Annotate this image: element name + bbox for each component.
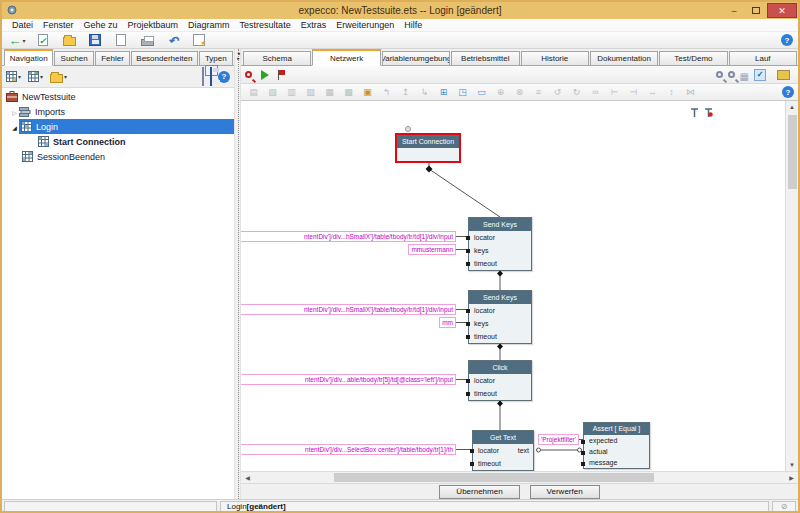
diagram-edit-tool-icon[interactable]: ≡ bbox=[529, 85, 548, 99]
scrollbar-thumb[interactable] bbox=[788, 115, 797, 189]
pin-timeout[interactable]: timeout bbox=[469, 257, 531, 270]
diagram-edit-tool-icon[interactable]: ◳ bbox=[453, 85, 472, 99]
minimize-button[interactable]: – bbox=[723, 4, 745, 17]
pin-actual[interactable]: actual bbox=[584, 446, 649, 457]
tab-variablenumgebung[interactable]: Variablenumgebung bbox=[382, 51, 450, 65]
pin-red-icon[interactable] bbox=[704, 104, 713, 114]
tab-test-demo[interactable]: Test/Demo bbox=[659, 51, 727, 65]
diagram-edit-tool-icon[interactable]: ▭ bbox=[472, 85, 491, 99]
menu-fenster[interactable]: Fenster bbox=[38, 20, 79, 30]
settings-tools-icon[interactable] bbox=[188, 32, 210, 48]
breakpoint-flag-icon[interactable] bbox=[278, 70, 279, 80]
node-send-keys-2[interactable]: Send Keys locator keys timeout bbox=[468, 290, 532, 344]
tab-betriebsmittel[interactable]: Betriebsmittel bbox=[451, 51, 519, 65]
node-send-keys-1[interactable]: Send Keys locator keys timeout bbox=[468, 217, 532, 271]
new-folder-icon[interactable] bbox=[50, 71, 67, 83]
pin-text-output[interactable]: text bbox=[518, 444, 529, 457]
tree-item-start-connection[interactable]: Start Connection bbox=[2, 134, 234, 149]
diagram-edit-tool-icon[interactable]: ⊣ bbox=[624, 85, 643, 99]
diagram-edit-tool-icon[interactable]: ⊗ bbox=[510, 85, 529, 99]
horizontal-scrollbar[interactable]: ◀ ▶ bbox=[241, 471, 798, 483]
diagram-edit-tool-icon[interactable]: ↔ bbox=[643, 85, 662, 99]
selected-row-highlight[interactable]: Login bbox=[19, 119, 234, 134]
tab-lauf[interactable]: Lauf bbox=[729, 51, 797, 65]
diagram-edit-tool-icon[interactable]: ∞ bbox=[586, 85, 605, 99]
splitter-arrows-icon[interactable]: ◂▸ bbox=[235, 51, 242, 61]
pin-locator[interactable]: locator bbox=[469, 304, 531, 317]
diagram-edit-tool-icon[interactable]: ▤ bbox=[244, 85, 263, 99]
palette-icon[interactable] bbox=[777, 70, 790, 80]
tab-schema[interactable]: Schema bbox=[243, 51, 311, 65]
node-assert-equal[interactable]: Assert [ Equal ] expected actual message bbox=[583, 422, 650, 469]
network-diagram-canvas[interactable]: Start Connection Send Keys locator keys … bbox=[241, 101, 785, 471]
help-icon[interactable] bbox=[781, 34, 793, 46]
fit-checkbox-icon[interactable] bbox=[754, 69, 766, 81]
apply-button[interactable]: Übernehmen bbox=[439, 485, 519, 499]
tab-historie[interactable]: Historie bbox=[521, 51, 589, 65]
back-icon[interactable] bbox=[6, 32, 28, 48]
grid-icon[interactable] bbox=[740, 66, 749, 84]
tab-dokumentation[interactable]: Dokumentation bbox=[590, 51, 658, 65]
diagram-edit-tool-icon[interactable]: ↥ bbox=[396, 85, 415, 99]
diagram-edit-tool-icon[interactable]: ▩ bbox=[339, 85, 358, 99]
tab-besonderheiten[interactable]: Besonderheiten bbox=[131, 51, 198, 65]
menu-extras[interactable]: Extras bbox=[296, 20, 332, 30]
diagram-edit-tool-icon[interactable]: ⊕ bbox=[491, 85, 510, 99]
tree-item-login[interactable]: Login bbox=[2, 119, 234, 134]
diagram-edit-tool-icon[interactable]: ▥ bbox=[282, 85, 301, 99]
node-start-connection[interactable]: Start Connection bbox=[395, 133, 461, 163]
pin-keys[interactable]: keys bbox=[469, 244, 531, 257]
xpath-value-label[interactable]: ntentDiv']/div...SelectBox center']/tabl… bbox=[241, 444, 456, 455]
node-get-text[interactable]: Get Text locator text timeout bbox=[472, 430, 534, 471]
scroll-left-icon[interactable]: ◀ bbox=[241, 472, 254, 484]
menu-hilfe[interactable]: Hilfe bbox=[399, 20, 427, 30]
diagram-edit-tool-icon[interactable]: ⋈ bbox=[681, 85, 700, 99]
pin-keys[interactable]: keys bbox=[469, 317, 531, 330]
discard-button[interactable]: Verwerfen bbox=[530, 485, 600, 499]
diagram-edit-tool-icon[interactable]: ↻ bbox=[567, 85, 586, 99]
menu-datei[interactable]: Datei bbox=[7, 20, 38, 30]
diagram-edit-tool-icon[interactable]: ↳ bbox=[415, 85, 434, 99]
diagram-edit-tool-icon[interactable]: ↕ bbox=[662, 85, 681, 99]
pin-locator[interactable]: locator bbox=[469, 231, 531, 244]
new-window-icon[interactable] bbox=[110, 32, 132, 48]
scroll-right-icon[interactable]: ▶ bbox=[785, 472, 798, 484]
undo-icon[interactable] bbox=[162, 32, 184, 48]
menu-projektbaum[interactable]: Projektbaum bbox=[123, 20, 184, 30]
run-icon[interactable] bbox=[261, 70, 269, 80]
expander-expanded-icon[interactable] bbox=[10, 122, 19, 132]
tab-navigation[interactable]: Navigation bbox=[4, 49, 53, 66]
diagram-edit-tool-icon[interactable]: ⊢ bbox=[605, 85, 624, 99]
menu-gehe-zu[interactable]: Gehe zu bbox=[79, 20, 123, 30]
diagram-edit-tool-icon[interactable]: ▧ bbox=[263, 85, 282, 99]
save-icon[interactable] bbox=[84, 32, 106, 48]
scrollbar-thumb[interactable] bbox=[334, 473, 654, 482]
diagram-edit-tool-icon[interactable]: ⊞ bbox=[434, 85, 453, 99]
tree-item-newtestsuite[interactable]: NewTestsuite bbox=[2, 89, 234, 104]
node-click[interactable]: Click locator timeout bbox=[468, 360, 532, 401]
pin-timeout[interactable]: timeout bbox=[469, 387, 531, 400]
open-folder-icon[interactable] bbox=[58, 32, 80, 48]
pin-blue-icon[interactable] bbox=[690, 104, 699, 114]
new-document-check-icon[interactable] bbox=[32, 32, 54, 48]
tab-suchen[interactable]: Suchen bbox=[54, 51, 93, 65]
expected-value-label[interactable]: 'Projektfilter' bbox=[538, 434, 579, 445]
diagram-edit-tool-icon[interactable]: ↰ bbox=[377, 85, 396, 99]
menu-testresultate[interactable]: Testresultate bbox=[235, 20, 296, 30]
pin-expected[interactable]: expected bbox=[584, 435, 649, 446]
tab-typen[interactable]: Typen bbox=[199, 51, 233, 65]
close-button[interactable]: ✕ bbox=[767, 3, 797, 18]
xpath-value-label[interactable]: ntentDiv']/div...hSmallX']/table/tbody/t… bbox=[241, 304, 456, 315]
zoom-in-icon[interactable] bbox=[716, 71, 723, 78]
tab-fehler[interactable]: Fehler bbox=[95, 51, 130, 65]
keys-value-label[interactable]: mm bbox=[439, 317, 456, 328]
menu-erweiterungen[interactable]: Erweiterungen bbox=[331, 20, 399, 30]
print-icon[interactable] bbox=[136, 32, 158, 48]
pin-timeout[interactable]: timeout bbox=[469, 330, 531, 343]
tree-item-sessionbeenden[interactable]: SessionBeenden bbox=[2, 149, 234, 164]
pin-timeout[interactable]: timeout bbox=[473, 457, 533, 470]
debug-search-icon[interactable] bbox=[245, 71, 252, 78]
pin-locator[interactable]: locator bbox=[469, 374, 531, 387]
new-block-icon[interactable] bbox=[6, 71, 21, 82]
expander-collapsed-icon[interactable] bbox=[10, 107, 19, 117]
